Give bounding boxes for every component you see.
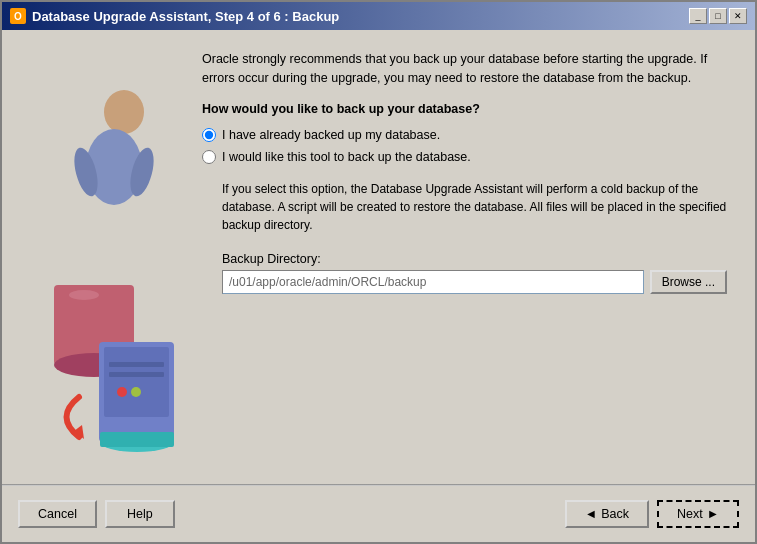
- backup-dir-row: Browse ...: [222, 270, 727, 294]
- cancel-button[interactable]: Cancel: [18, 500, 97, 528]
- svg-rect-9: [104, 347, 169, 417]
- window-body: Oracle strongly recommends that you back…: [2, 30, 755, 542]
- radio-group: I have already backed up my database. I …: [202, 128, 727, 164]
- back-button[interactable]: ◄ Back: [565, 500, 649, 528]
- svg-point-0: [104, 90, 144, 134]
- radio-option1-label[interactable]: I have already backed up my database.: [202, 128, 727, 142]
- backup-dir-section: Backup Directory: Browse ...: [222, 252, 727, 294]
- back-arrow-icon: ◄: [585, 507, 597, 521]
- help-button[interactable]: Help: [105, 500, 175, 528]
- browse-button[interactable]: Browse ...: [650, 270, 727, 294]
- main-content: Oracle strongly recommends that you back…: [2, 30, 755, 484]
- question-text: How would you like to back up your datab…: [202, 102, 727, 116]
- illustration: [24, 77, 184, 437]
- minimize-button[interactable]: _: [689, 8, 707, 24]
- backup-dir-label: Backup Directory:: [222, 252, 727, 266]
- title-bar: O Database Upgrade Assistant, Step 4 of …: [2, 2, 755, 30]
- next-label: Next: [677, 507, 703, 521]
- radio-option2[interactable]: [202, 150, 216, 164]
- svg-point-7: [69, 290, 99, 300]
- window-controls: _ □ ✕: [689, 8, 747, 24]
- window-title: Database Upgrade Assistant, Step 4 of 6 …: [32, 9, 339, 24]
- bottom-bar: Cancel Help ◄ Back Next ►: [2, 486, 755, 542]
- svg-rect-12: [109, 362, 164, 367]
- back-label: Back: [601, 507, 629, 521]
- radio-option1[interactable]: [202, 128, 216, 142]
- maximize-button[interactable]: □: [709, 8, 727, 24]
- next-arrow-icon: ►: [707, 507, 719, 521]
- option2-description: If you select this option, the Database …: [222, 176, 727, 238]
- radio-option2-label[interactable]: I would like this tool to back up the da…: [202, 150, 727, 164]
- left-illustration-panel: [14, 42, 194, 472]
- radio-option2-text: I would like this tool to back up the da…: [222, 150, 471, 164]
- window-icon: O: [10, 8, 26, 24]
- svg-point-11: [131, 387, 141, 397]
- illustration-svg: [24, 77, 184, 457]
- right-panel: Oracle strongly recommends that you back…: [194, 42, 743, 472]
- main-window: O Database Upgrade Assistant, Step 4 of …: [0, 0, 757, 544]
- svg-rect-15: [100, 432, 174, 447]
- svg-point-10: [117, 387, 127, 397]
- bottom-right-buttons: ◄ Back Next ►: [565, 500, 739, 528]
- bottom-left-buttons: Cancel Help: [18, 500, 175, 528]
- close-button[interactable]: ✕: [729, 8, 747, 24]
- svg-rect-13: [109, 372, 164, 377]
- next-button[interactable]: Next ►: [657, 500, 739, 528]
- info-text: Oracle strongly recommends that you back…: [202, 50, 727, 88]
- backup-dir-input[interactable]: [222, 270, 644, 294]
- radio-option1-text: I have already backed up my database.: [222, 128, 440, 142]
